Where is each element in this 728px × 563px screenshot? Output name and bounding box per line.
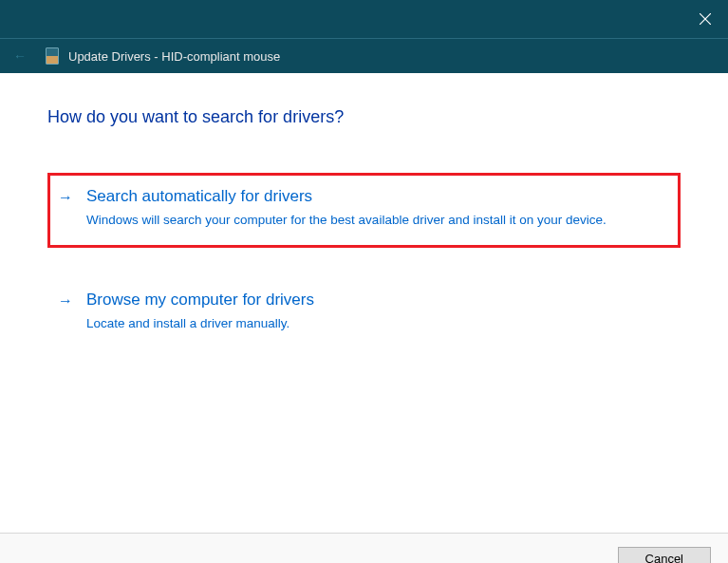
option-description: Locate and install a driver manually. <box>86 315 661 333</box>
option-title: Browse my computer for drivers <box>86 291 661 310</box>
titlebar <box>0 0 728 39</box>
back-arrow-icon[interactable]: ← <box>13 48 27 64</box>
close-button[interactable] <box>682 0 728 39</box>
footer: Cancel <box>0 533 728 563</box>
main-heading: How do you want to search for drivers? <box>47 107 681 127</box>
option-search-automatically[interactable]: → Search automatically for drivers Windo… <box>47 173 681 248</box>
option-text: Search automatically for drivers Windows… <box>86 187 661 230</box>
option-title: Search automatically for drivers <box>86 187 661 206</box>
option-text: Browse my computer for drivers Locate an… <box>86 291 661 333</box>
arrow-right-icon: → <box>58 292 73 310</box>
option-description: Windows will search your computer for th… <box>86 212 661 230</box>
close-icon <box>700 13 711 25</box>
content-area: How do you want to search for drivers? →… <box>0 73 728 533</box>
cancel-button[interactable]: Cancel <box>618 547 711 563</box>
option-browse-computer[interactable]: → Browse my computer for drivers Locate … <box>47 276 681 351</box>
header-bar: ← Update Drivers - HID-compliant mouse <box>0 39 728 73</box>
header-title: Update Drivers - HID-compliant mouse <box>68 49 280 64</box>
device-icon <box>46 47 59 65</box>
arrow-right-icon: → <box>58 189 73 206</box>
